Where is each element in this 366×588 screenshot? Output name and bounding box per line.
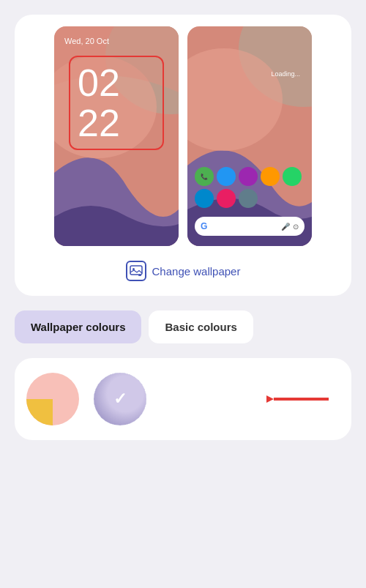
lock-screen-preview[interactable]: Wed, 20 Oct 02 22 (54, 26, 179, 246)
swatches-card: ✓ (15, 358, 351, 440)
home-screen-preview[interactable]: Loading... 📞 G 🎤 ⊙ (187, 26, 312, 246)
app-icon-telegram (195, 189, 214, 208)
red-arrow (266, 384, 332, 414)
change-wallpaper-label: Change wallpaper (152, 265, 241, 278)
app-icons-grid: 📞 (195, 167, 305, 208)
lock-date: Wed, 20 Oct (64, 37, 109, 45)
app-icon-3 (239, 167, 258, 186)
phone-previews: Wed, 20 Oct 02 22 Loading... (26, 26, 340, 246)
lock-time-line2: 22 (78, 103, 155, 144)
home-screen-bg: Loading... 📞 G 🎤 ⊙ (187, 26, 312, 246)
colour-tabs-row: Wallpaper colours Basic colours (15, 310, 351, 343)
app-icon-8 (239, 189, 258, 208)
swatch-yellow-segment (26, 399, 53, 425)
swatch-purple-inner: ✓ (94, 373, 146, 425)
app-icon-4 (261, 167, 280, 186)
basic-colours-tab[interactable]: Basic colours (149, 310, 253, 343)
swatch-pink-yellow[interactable] (26, 373, 79, 425)
mic-icon: 🎤 (281, 223, 290, 231)
check-icon: ✓ (113, 390, 127, 409)
lens-icon: ⊙ (293, 223, 299, 231)
app-icon-whatsapp (283, 167, 302, 186)
change-wallpaper-button[interactable]: Change wallpaper (120, 258, 247, 284)
lock-time-box: 02 22 (69, 56, 164, 150)
arrow-container (161, 384, 340, 414)
lock-screen-bg: Wed, 20 Oct 02 22 (54, 26, 179, 246)
swatch-purple-selected[interactable]: ✓ (94, 373, 146, 425)
svg-point-7 (132, 268, 135, 270)
wallpaper-colours-tab[interactable]: Wallpaper colours (15, 310, 141, 343)
wallpaper-icon (126, 261, 146, 281)
app-icon-2 (217, 167, 236, 186)
svg-rect-6 (130, 266, 142, 275)
app-icon-phone: 📞 (195, 167, 214, 186)
wallpaper-preview-card: Wed, 20 Oct 02 22 Loading... (15, 15, 351, 296)
app-icon-7 (217, 189, 236, 208)
home-search-bar[interactable]: G 🎤 ⊙ (195, 217, 305, 236)
home-loading-text: Loading... (271, 70, 300, 78)
lock-time-line1: 02 (78, 63, 155, 103)
google-logo: G (201, 221, 207, 231)
